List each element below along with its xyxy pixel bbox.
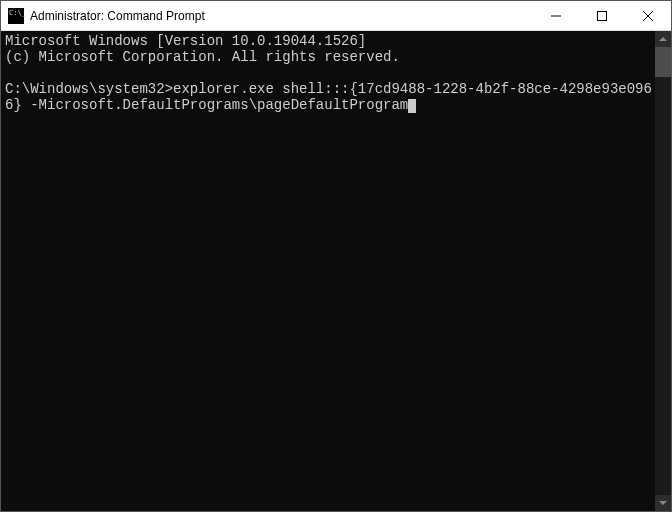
svg-rect-1 [598,11,607,20]
scroll-thumb[interactable] [655,47,671,77]
close-button[interactable] [625,1,671,30]
scroll-track[interactable] [655,47,671,495]
console-output[interactable]: Microsoft Windows [Version 10.0.19044.15… [1,31,655,511]
maximize-icon [597,11,607,21]
maximize-button[interactable] [579,1,625,30]
scroll-down-button[interactable] [655,495,671,511]
prompt: C:\Windows\system32> [5,81,173,97]
window-title: Administrator: Command Prompt [30,9,533,23]
titlebar[interactable]: Administrator: Command Prompt [1,1,671,31]
window-controls [533,1,671,30]
version-line: Microsoft Windows [Version 10.0.19044.15… [5,33,366,49]
console-area: Microsoft Windows [Version 10.0.19044.15… [1,31,671,511]
close-icon [643,11,653,21]
minimize-button[interactable] [533,1,579,30]
vertical-scrollbar[interactable] [655,31,671,511]
chevron-up-icon [659,37,667,41]
copyright-line: (c) Microsoft Corporation. All rights re… [5,49,400,65]
command-prompt-window: Administrator: Command Prompt Microsoft … [0,0,672,512]
cmd-icon [8,8,24,24]
text-caret [408,99,416,113]
chevron-down-icon [659,501,667,505]
minimize-icon [551,11,561,21]
command-line: C:\Windows\system32>explorer.exe shell::… [5,81,652,113]
scroll-up-button[interactable] [655,31,671,47]
